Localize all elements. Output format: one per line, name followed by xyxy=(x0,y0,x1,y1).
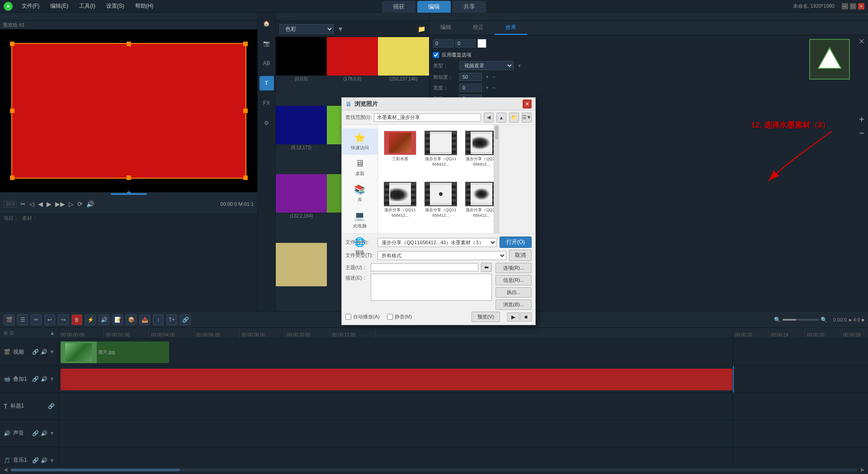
menu-file[interactable]: 文件(F) xyxy=(20,1,41,11)
timeline-btn-undo[interactable]: ↩ xyxy=(44,314,55,325)
close-button[interactable]: ✕ xyxy=(858,3,864,9)
file-item-2[interactable]: 漫步分享（QQ11656412... xyxy=(463,128,494,176)
menu-edit[interactable]: 编辑(E) xyxy=(48,1,70,11)
timeline-btn-8[interactable]: 📦 xyxy=(126,314,137,325)
audio-button[interactable]: 🔊 xyxy=(86,200,94,208)
swatch-2[interactable]: (250,237,146) xyxy=(378,37,429,82)
tab-correction[interactable]: 校正 xyxy=(462,21,495,35)
zoom-slider[interactable] xyxy=(783,319,819,321)
track-audio-link[interactable]: 🔗 xyxy=(32,430,39,436)
preview-button[interactable]: 预览(V) xyxy=(472,312,500,322)
dialog-new-folder[interactable]: 📁 xyxy=(509,113,519,123)
file-item-0[interactable]: 三彩水墨 xyxy=(382,128,419,176)
timeline-btn-9[interactable]: 📤 xyxy=(139,314,150,325)
timeline-btn-5[interactable]: ⚡ xyxy=(85,314,96,325)
sidebar-desktop[interactable]: 🖥 桌面 xyxy=(342,155,377,180)
subject-input[interactable] xyxy=(371,263,478,271)
tab-share[interactable]: 共享 xyxy=(453,1,486,13)
cancel-button[interactable]: 取消 xyxy=(509,250,532,261)
track-overlay-link[interactable]: 🔗 xyxy=(32,376,39,382)
swatch-1[interactable]: (178,0,0) xyxy=(327,37,378,82)
type-select[interactable]: 视频遮罩 xyxy=(459,61,514,70)
file-item-1[interactable]: 漫步分享（QQ11656412... xyxy=(422,128,459,176)
swatch-6[interactable]: (132,2,164) xyxy=(276,174,327,219)
track-header-icon3[interactable]: ▲ xyxy=(50,330,55,336)
track-overlay-expand[interactable]: ▼ xyxy=(49,376,55,382)
prev-frame-button[interactable]: ◀ xyxy=(38,200,43,208)
track-music-expand[interactable]: ▼ xyxy=(49,457,55,464)
track-video-link[interactable]: 🔗 xyxy=(32,349,39,355)
track-music-mute[interactable]: 🔊 xyxy=(41,457,47,464)
menu-tools[interactable]: 工具(I) xyxy=(77,1,97,11)
timeline-btn-6[interactable]: 🔊 xyxy=(99,314,109,325)
play-button[interactable]: ▶ xyxy=(47,200,52,208)
track-audio-mute[interactable]: 🔊 xyxy=(41,430,47,436)
file-item-5[interactable]: 漫步分享（QQ11656412... xyxy=(422,180,459,220)
input-g[interactable] xyxy=(455,39,476,47)
tab-edit[interactable]: 编辑 xyxy=(417,1,451,13)
dialog-close-button[interactable]: ✕ xyxy=(523,100,532,109)
track-header-icon2[interactable]: ☰ xyxy=(9,330,14,336)
opacity-plus[interactable]: + xyxy=(486,74,489,80)
timeline-btn-10[interactable]: ↕ xyxy=(153,314,164,325)
menu-settings[interactable]: 设置(S) xyxy=(104,1,126,11)
loop-button[interactable]: ⟳ xyxy=(77,200,83,208)
timeline-btn-redo[interactable]: ↪ xyxy=(58,314,69,325)
track-header-icon1[interactable]: ⊞ xyxy=(4,330,8,336)
overlay-clip[interactable] xyxy=(66,369,732,390)
zoom-in-icon[interactable]: 🔍 xyxy=(821,317,827,323)
tab-capture[interactable]: 捕获 xyxy=(382,1,415,13)
track-title-link[interactable]: 🔗 xyxy=(48,403,55,409)
swatch-3[interactable]: (9,13,172) xyxy=(276,106,327,151)
filename-dropdown[interactable]: 漫步分享（QQ11656412...43）水墨素材（3） xyxy=(377,238,497,247)
timeline-btn-12[interactable]: 🔗 xyxy=(180,314,191,325)
timeline-btn-11[interactable]: T+ xyxy=(166,314,177,325)
timeline-btn-2[interactable]: ☰ xyxy=(17,314,28,325)
add-button[interactable]: + xyxy=(859,114,864,125)
timeline-scroll-right[interactable]: ▶ xyxy=(861,467,864,473)
filetype-dropdown[interactable]: 所有格式 xyxy=(377,251,506,260)
color-type-select[interactable]: 色彩 xyxy=(279,24,334,34)
next-frame-button[interactable]: ▶▶ xyxy=(55,200,65,208)
swatch-0[interactable]: (0,0,0) xyxy=(276,37,327,82)
sidebar-fx[interactable]: FX xyxy=(259,96,274,110)
mute-checkbox[interactable] xyxy=(387,314,393,320)
mark-out-button[interactable]: ▷ xyxy=(69,200,74,208)
menu-help[interactable]: 帮助(H) xyxy=(133,1,156,11)
sidebar-transition[interactable]: ⚙ xyxy=(259,116,274,130)
timeline-btn-1[interactable]: 🎬 xyxy=(4,314,14,325)
timeline-btn-cut[interactable]: ✂ xyxy=(31,314,42,325)
close-panel-button[interactable]: ✕ xyxy=(859,37,864,46)
dialog-scrollbar[interactable] xyxy=(494,125,499,233)
connect-button[interactable]: 连项(R)... xyxy=(495,263,532,273)
exec-button[interactable]: 执(I)... xyxy=(495,287,532,298)
auto-play-checkbox[interactable] xyxy=(345,314,351,320)
track-audio-expand[interactable]: ▼ xyxy=(49,430,55,436)
dialog-nav-back[interactable]: ◀ xyxy=(484,113,494,123)
sidebar-home[interactable]: 🏠 xyxy=(259,16,274,31)
timeline-scroll-left[interactable]: ◀ xyxy=(4,467,7,473)
minimize-button[interactable]: ─ xyxy=(842,3,848,9)
stop-media-button[interactable]: ■ xyxy=(520,313,532,322)
file-item-4[interactable]: 漫步分享（QQ11656412... xyxy=(382,180,419,220)
sidebar-library[interactable]: 📚 库 xyxy=(342,180,377,207)
dialog-view-options[interactable]: ☰▼ xyxy=(522,113,532,123)
sidebar-computer[interactable]: 💻 此电脑 xyxy=(342,207,377,233)
app-icon[interactable] xyxy=(4,2,13,11)
open-button[interactable]: 打开(O) xyxy=(500,237,532,248)
opacity-input[interactable] xyxy=(459,73,482,81)
width-input[interactable] xyxy=(459,84,482,92)
track-video-expand[interactable]: ▼ xyxy=(49,349,55,355)
timeline-btn-7[interactable]: 📝 xyxy=(112,314,123,325)
zoom-out-icon[interactable]: 🔍 xyxy=(774,317,781,323)
folder-icon[interactable]: 📁 xyxy=(418,25,425,33)
track-music-link[interactable]: 🔗 xyxy=(32,457,39,464)
track-overlay-mute[interactable]: 🔊 xyxy=(41,376,47,382)
width-plus[interactable]: + xyxy=(486,85,489,91)
swatch-9[interactable] xyxy=(276,243,327,288)
subtract-button[interactable]: − xyxy=(859,128,864,138)
maximize-button[interactable]: □ xyxy=(850,3,856,9)
tab-effects[interactable]: 效果 xyxy=(495,21,527,35)
info-button[interactable]: 信息(R)... xyxy=(495,275,532,285)
browse-button[interactable]: 浏览(B)... xyxy=(495,299,532,310)
